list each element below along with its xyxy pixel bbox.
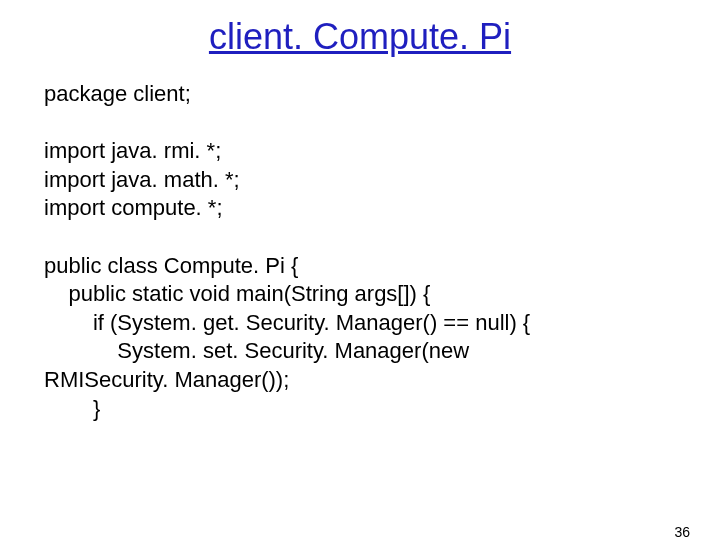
slide: client. Compute. Pi package client; impo… — [0, 16, 720, 540]
page-number: 36 — [674, 524, 690, 540]
code-block: package client; import java. rmi. *; imp… — [44, 80, 680, 423]
slide-title: client. Compute. Pi — [0, 16, 720, 58]
